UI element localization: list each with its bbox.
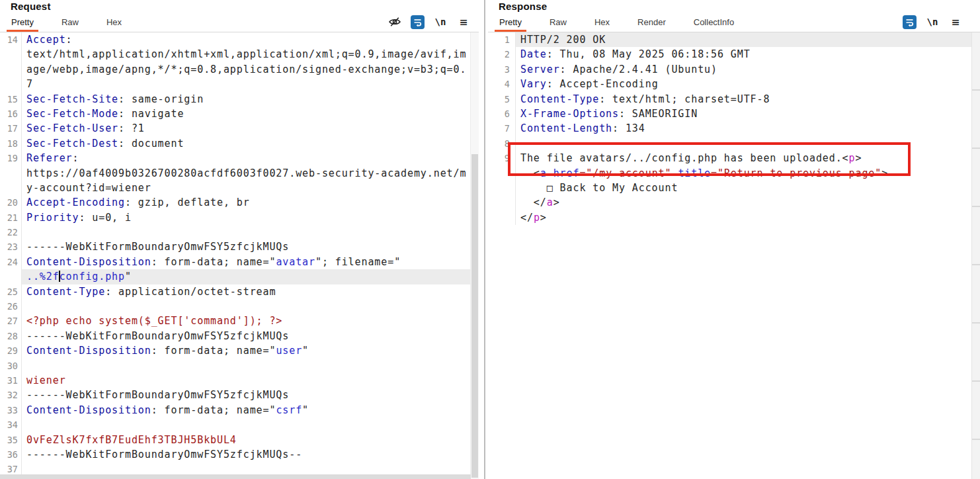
line-text: ------WebKitFormBoundaryOmwFSY5zfcjkMUQs [22,388,471,402]
line-number: 24 [0,255,22,269]
line-number: 33 [0,403,22,417]
menu-icon[interactable]: ≡ [948,15,963,29]
wrap-toggle-icon[interactable] [411,15,425,29]
line-text: 0vFeZlsK7fxfB7EudEhf3TBJH5BkbUL4 [22,433,471,447]
line-text: <a href="/my-account" title="Return to p… [516,166,972,181]
code-line: age/webp,image/apng,*/*;q=0.8,applicatio… [0,62,471,77]
code-line: 33Content-Disposition: form-data; name="… [0,403,471,417]
line-text: Vary: Accept-Encoding [516,77,972,91]
code-line: <a href="/my-account" title="Return to p… [488,166,972,181]
line-text: Content-Type: text/html; charset=UTF-8 [516,92,972,107]
request-vertical-scrollbar[interactable] [470,32,479,479]
line-text: Sec-Fetch-Mode: navigate [22,107,471,121]
line-text: ------WebKitFormBoundaryOmwFSY5zfcjkMUQs [22,329,471,343]
line-number [0,77,22,91]
line-number: 14 [0,32,22,47]
line-number: 29 [0,343,22,358]
code-line: 32------WebKitFormBoundaryOmwFSY5zfcjkMU… [0,388,471,402]
line-number [0,166,22,181]
request-title: Request [0,0,479,12]
response-panel: Response PrettyRawHexRenderCollectInfo \… [488,0,980,479]
code-line: 30 [0,359,471,373]
request-tabs: PrettyRawHex [11,12,149,32]
line-number: 30 [0,359,22,373]
response-tabs: PrettyRawHexRenderCollectInfo [499,12,762,32]
tab-raw[interactable]: Raw [550,12,567,32]
code-line: 1HTTP/2 200 OK [488,32,972,47]
tab-pretty[interactable]: Pretty [499,12,522,32]
hide-item-icon[interactable] [388,15,402,29]
response-toolbar: \n≡ [903,15,980,29]
request-horizontal-scrollbar[interactable] [0,474,471,479]
code-line: 21Priority: u=0, i [0,210,471,225]
code-line: 34 [0,417,471,432]
line-text [22,225,471,240]
line-text: Content-Type: application/octet-stream [22,284,471,299]
line-number [0,269,22,284]
line-number: 19 [0,151,22,165]
line-text: X-Frame-Options: SAMEORIGIN [516,107,972,121]
line-text: ------WebKitFormBoundaryOmwFSY5zfcjkMUQs… [22,447,471,462]
code-line: 25Content-Type: application/octet-stream [0,284,471,299]
line-number: 34 [0,417,22,432]
line-text: Accept: [22,32,471,47]
line-text: text/html,application/xhtml+xml,applicat… [22,47,471,62]
tab-render[interactable]: Render [637,12,666,32]
line-text: ..%2fconfig.php" [22,269,471,284]
line-text [22,417,471,432]
request-toolbar: \n≡ [388,15,479,29]
line-number: 6 [488,107,516,121]
line-number: 21 [0,210,22,225]
menu-icon[interactable]: ≡ [456,15,471,29]
newline-toggle-icon[interactable]: \n [925,15,940,29]
line-text: ------WebKitFormBoundaryOmwFSY5zfcjkMUQs [22,240,471,254]
code-line: 8 [488,136,972,151]
tab-hex[interactable]: Hex [106,12,122,32]
wrap-toggle-icon[interactable] [903,15,917,29]
line-text: Content-Length: 134 [516,121,972,136]
line-text: Server: Apache/2.4.41 (Ubuntu) [516,62,972,77]
line-text: </a> [516,195,972,210]
line-number: 20 [0,195,22,210]
line-number: 7 [488,121,516,136]
line-text: Sec-Fetch-Site: same-origin [22,92,471,107]
code-line: 4Vary: Accept-Encoding [488,77,972,91]
line-number: 31 [0,373,22,388]
line-number: 18 [0,136,22,151]
code-line: 23------WebKitFormBoundaryOmwFSY5zfcjkMU… [0,240,471,254]
code-line: 3Server: Apache/2.4.41 (Ubuntu) [488,62,972,77]
line-number: 26 [0,299,22,314]
tab-raw[interactable]: Raw [61,12,79,32]
tab-pretty[interactable]: Pretty [11,12,34,32]
code-line: 9The file avatars/../config.php has been… [488,151,972,165]
line-text: </p> [516,210,972,225]
line-number: 2 [488,47,516,62]
line-number: 16 [0,107,22,121]
panel-divider[interactable] [479,0,488,479]
line-number [488,210,516,225]
line-number: 9 [488,151,516,165]
line-number [0,47,22,62]
code-line: https://0af4009b0326700280acfdf6003f0027… [0,166,471,181]
tab-collectinfo[interactable]: CollectInfo [694,12,734,32]
line-text: □ Back to My Account [516,181,972,195]
tab-hex[interactable]: Hex [594,12,610,32]
response-header: Response PrettyRawHexRenderCollectInfo \… [488,0,980,32]
code-line: ..%2fconfig.php" [0,269,471,284]
newline-toggle-icon[interactable]: \n [433,15,448,29]
line-text: Referer: [22,151,471,165]
line-text: 7 [22,77,471,91]
request-editor[interactable]: 14Accept:text/html,application/xhtml+xml… [0,32,471,479]
line-number [488,195,516,210]
line-text: Content-Disposition: form-data; name="us… [22,343,471,358]
response-marker-bar[interactable] [971,32,980,479]
line-text: Content-Disposition: form-data; name="cs… [22,403,471,417]
request-panel: Request PrettyRawHex \n≡ 14Accept:text/h… [0,0,479,479]
line-number: 32 [0,388,22,402]
line-number [0,62,22,77]
request-vertical-scrollbar-thumb[interactable] [471,154,478,478]
line-number: 3 [488,62,516,77]
code-line: 14Accept: [0,32,471,47]
line-number: 1 [488,32,516,47]
response-editor[interactable]: 1HTTP/2 200 OK2Date: Thu, 08 May 2025 06… [488,32,972,479]
